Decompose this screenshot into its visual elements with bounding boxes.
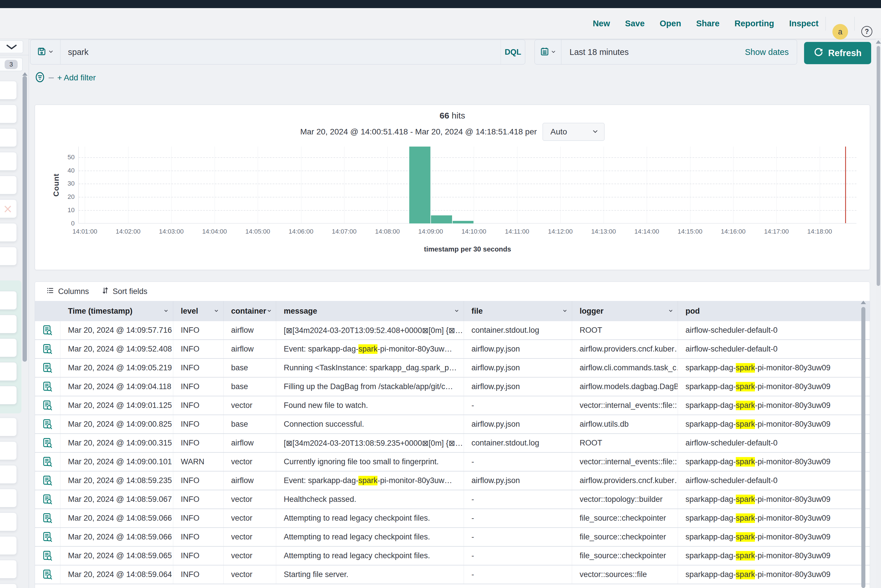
expand-document-icon[interactable] <box>35 321 60 339</box>
sidebar-scrollbar-thumb[interactable] <box>23 76 27 362</box>
x-tick-label: 14:03:00 <box>154 228 189 236</box>
refresh-button[interactable]: Refresh <box>804 42 871 64</box>
table-row: Mar 20, 2024 @ 14:09:00.315INFOairflow[⊠… <box>35 434 870 453</box>
cell-pod: sparkapp-dag-spark-pi-monitor-80y3uw09 <box>678 547 860 565</box>
nav-new-button[interactable]: New <box>592 19 610 28</box>
expand-document-icon[interactable] <box>35 509 60 527</box>
cell-level: INFO <box>173 359 224 377</box>
nav-open-button[interactable]: Open <box>660 19 681 28</box>
expand-document-icon[interactable] <box>35 528 60 546</box>
column-header-container[interactable]: container <box>224 301 276 321</box>
expand-document-icon[interactable] <box>35 415 60 434</box>
cell-time: Mar 20, 2024 @ 14:09:00.315 <box>60 434 173 452</box>
expand-document-icon[interactable] <box>35 340 60 358</box>
expand-document-icon[interactable] <box>35 396 60 414</box>
column-header-file[interactable]: file <box>464 301 572 321</box>
field-card[interactable] <box>0 560 17 579</box>
selected-fields-toggle[interactable]: 3 <box>0 58 23 71</box>
field-card[interactable] <box>0 247 17 266</box>
sort-fields-label: Sort fields <box>113 287 147 296</box>
cell-time: Mar 20, 2024 @ 14:09:04.118 <box>60 378 173 396</box>
expand-document-icon[interactable] <box>35 359 60 377</box>
interval-select[interactable]: Auto <box>543 123 604 141</box>
columns-button[interactable]: Columns <box>47 287 89 296</box>
window-scrollbar-thumb[interactable] <box>876 46 880 286</box>
scroll-up-arrow-icon[interactable] <box>876 40 881 44</box>
expand-document-icon[interactable] <box>35 471 60 490</box>
field-card[interactable] <box>0 223 17 242</box>
nav-reporting-button[interactable]: Reporting <box>735 19 774 28</box>
field-card[interactable] <box>0 128 17 147</box>
cell-pod: sparkapp-dag-spark-pi-monitor-80y3uw09 <box>678 378 860 396</box>
avatar[interactable]: a <box>832 24 848 40</box>
histogram-panel: 66 hits Mar 20, 2024 @ 14:00:51.418 - Ma… <box>35 105 870 270</box>
cell-message: Connection successful. <box>276 415 464 434</box>
column-header-level[interactable]: level <box>173 301 224 321</box>
sidebar-collapse-button[interactable] <box>0 40 23 53</box>
x-tick-label: 14:14:00 <box>629 228 664 236</box>
cell-time: Mar 20, 2024 @ 14:09:00.825 <box>60 415 173 434</box>
sort-fields-button[interactable]: Sort fields <box>102 287 147 296</box>
field-card[interactable] <box>0 418 17 436</box>
help-icon[interactable]: ? <box>861 26 872 37</box>
chevron-down-icon <box>562 307 568 316</box>
field-card[interactable] <box>0 489 17 507</box>
quick-select-button[interactable] <box>535 40 561 64</box>
nav-save-button[interactable]: Save <box>625 19 645 28</box>
field-card[interactable] <box>0 152 17 171</box>
column-header-message[interactable]: message <box>276 301 464 321</box>
expand-document-icon[interactable] <box>35 490 60 508</box>
window-scrollbar[interactable] <box>876 39 881 588</box>
cell-logger: vector::internal_events::file::… <box>572 453 678 471</box>
x-tick-label: 14:17:00 <box>759 228 794 236</box>
show-dates-button[interactable]: Show dates <box>745 47 797 57</box>
field-card[interactable] <box>0 513 17 531</box>
column-header-pod[interactable]: pod <box>678 301 860 321</box>
field-card[interactable] <box>0 441 17 460</box>
sidebar-scroll-up-icon[interactable] <box>22 72 27 76</box>
column-header-time-timestamp-[interactable]: Time (timestamp) <box>60 301 173 321</box>
query-language-button[interactable]: DQL <box>501 40 525 64</box>
expand-document-icon[interactable] <box>35 566 60 584</box>
expand-document-icon[interactable] <box>35 547 60 565</box>
calendar-icon <box>540 47 549 57</box>
time-range-display[interactable]: Last 18 minutes <box>561 47 745 57</box>
search-input[interactable]: spark <box>60 47 501 57</box>
expand-document-icon[interactable] <box>35 453 60 471</box>
field-card[interactable] <box>0 176 17 194</box>
expand-document-icon[interactable] <box>35 378 60 396</box>
cell-message: Attempting to read legacy checkpoint fil… <box>276 509 464 527</box>
cell-level: INFO <box>173 434 224 452</box>
cell-container: airflow <box>224 321 276 339</box>
cell-level: INFO <box>173 528 224 546</box>
table-scrollbar-thumb[interactable] <box>861 307 865 588</box>
scroll-up-arrow-icon[interactable] <box>861 301 866 304</box>
table-scrollbar[interactable] <box>861 301 866 588</box>
field-card[interactable] <box>0 339 17 357</box>
field-card[interactable]: × <box>0 200 17 218</box>
field-card[interactable] <box>0 584 17 588</box>
refresh-label: Refresh <box>828 48 861 58</box>
expand-document-icon[interactable] <box>35 434 60 452</box>
filter-icon[interactable] <box>35 71 45 84</box>
add-filter-button[interactable]: + Add filter <box>57 73 96 82</box>
saved-query-button[interactable] <box>30 40 60 64</box>
field-card[interactable] <box>0 465 17 484</box>
field-card[interactable] <box>0 386 17 404</box>
x-axis-label: timestamp per 30 seconds <box>79 245 856 253</box>
column-header-logger[interactable]: logger <box>572 301 678 321</box>
y-tick-label: 0 <box>57 220 75 227</box>
field-card[interactable] <box>0 105 17 123</box>
sidebar-divider <box>0 55 29 55</box>
field-card[interactable] <box>0 362 17 381</box>
nav-inspect-button[interactable]: Inspect <box>789 19 818 28</box>
histogram-plot-area[interactable]: Count timestamp per 30 seconds 14:01:001… <box>78 147 856 224</box>
field-card[interactable] <box>0 81 17 99</box>
field-card[interactable] <box>0 291 17 310</box>
cell-message: Event: sparkapp-dag-spark-pi-monitor-80y… <box>276 471 464 490</box>
field-card[interactable] <box>0 315 17 333</box>
cell-file: airflow.py.json <box>464 471 572 490</box>
field-card[interactable] <box>0 536 17 555</box>
nav-share-button[interactable]: Share <box>696 19 720 28</box>
cell-logger: airflow.providers.cncf.kuber… <box>572 340 678 358</box>
